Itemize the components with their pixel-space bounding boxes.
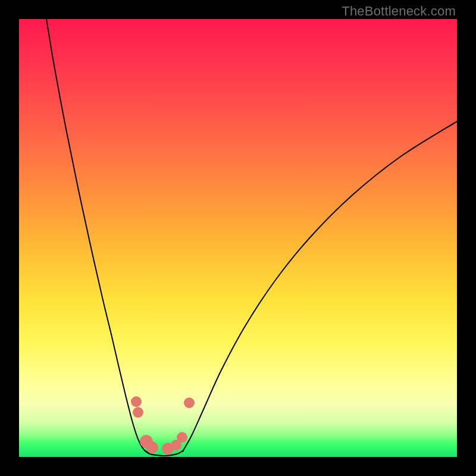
watermark-text: TheBottleneck.com <box>342 4 456 19</box>
data-marker <box>146 441 158 453</box>
marker-group <box>131 396 195 455</box>
data-marker <box>133 407 143 418</box>
data-marker <box>131 396 142 407</box>
data-marker <box>184 397 195 408</box>
curve-path <box>46 19 457 456</box>
chart-frame: TheBottleneck.com <box>0 0 476 476</box>
data-marker <box>177 432 187 443</box>
plot-area <box>19 19 457 457</box>
bottleneck-curve <box>19 19 457 457</box>
